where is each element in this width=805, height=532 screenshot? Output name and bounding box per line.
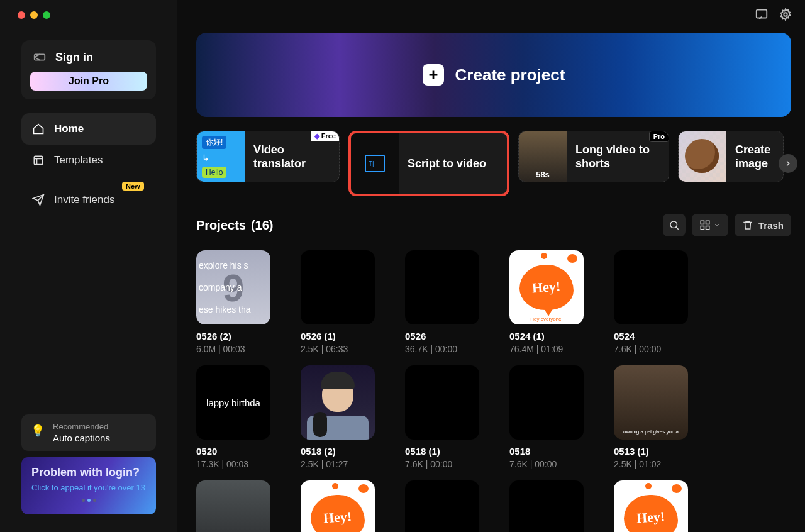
project-meta: 36.7K | 00:00	[405, 344, 479, 354]
feedback-icon[interactable]	[755, 8, 769, 21]
send-icon	[31, 193, 45, 207]
tool-long-to-shorts[interactable]: 58s Long video to shorts Pro	[518, 131, 669, 182]
sidebar-item-label: Templates	[54, 154, 103, 167]
project-card[interactable]: 0526 (1)2.5K | 06:33	[301, 250, 375, 354]
view-toggle-button[interactable]	[692, 214, 728, 236]
home-icon	[31, 122, 45, 136]
sidebar-item-label: Invite friends	[54, 194, 114, 206]
tool-thumb: T|	[351, 133, 399, 194]
search-button[interactable]	[663, 214, 686, 236]
tool-thumb: 你好! ↳ Hello	[197, 131, 245, 182]
join-pro-button[interactable]: Join Pro	[30, 72, 147, 91]
project-card[interactable]: 9explore his scompany aese hikes tha0526…	[196, 250, 270, 354]
svg-rect-2	[757, 10, 767, 18]
project-name: 0524 (1)	[509, 331, 584, 341]
project-thumbnail: struggling with depression.	[196, 480, 270, 532]
tool-thumb	[679, 131, 726, 182]
svg-rect-5	[701, 221, 704, 224]
tool-label: Long video to shorts	[575, 143, 660, 171]
project-card[interactable]: 052636.7K | 00:00	[405, 250, 479, 354]
promo-title: Problem with login?	[31, 466, 146, 479]
project-meta: 7.6K | 00:00	[405, 459, 479, 469]
project-card[interactable]: lappy birthda052017.3K | 00:03	[196, 365, 270, 469]
capcut-logo-icon	[33, 50, 47, 64]
projects-title: Projects	[196, 218, 246, 233]
project-card[interactable]: 05247.6K | 00:00	[614, 250, 688, 354]
close-dot[interactable]	[18, 11, 25, 19]
svg-rect-0	[35, 54, 45, 60]
project-thumbnail	[405, 250, 479, 324]
project-card[interactable]: 0518 (2)2.5K | 01:27	[301, 365, 375, 469]
maximize-dot[interactable]	[43, 11, 50, 19]
sidebar-item-invite[interactable]: Invite friends New	[21, 184, 156, 216]
projects-grid: 9explore his scompany aese hikes tha0526…	[196, 250, 791, 532]
project-thumbnail: 9explore his scompany aese hikes tha	[196, 250, 270, 324]
svg-rect-1	[34, 156, 42, 164]
tool-create-image[interactable]: Create image	[678, 131, 784, 182]
tool-label: Script to video	[408, 157, 486, 171]
tool-label: Create image	[735, 143, 774, 171]
sidebar-divider	[21, 180, 156, 180]
project-thumbnail	[614, 250, 688, 324]
tool-script-to-video[interactable]: T| Script to video	[348, 131, 509, 196]
tools-row: 你好! ↳ Hello Video translator ◆ Free T| S…	[196, 131, 791, 196]
project-card[interactable]: owning a pet gives you a0513 (1)2.5K | 0…	[614, 365, 688, 469]
project-meta: 2.5K | 01:02	[614, 459, 688, 469]
create-project-label: Create project	[455, 65, 565, 85]
svg-point-3	[784, 13, 787, 16]
project-card[interactable]: struggling with depression.051376.4M | 0…	[196, 480, 270, 532]
sidebar-item-home[interactable]: Home	[21, 113, 156, 145]
tool-thumb: 58s	[519, 131, 567, 182]
new-badge: New	[122, 182, 144, 191]
project-card[interactable]: Hey!Hey everyone!0511 (4)76.4M | 01:09	[301, 480, 375, 532]
project-name: 0518	[509, 446, 584, 457]
project-meta: 2.5K | 01:27	[301, 459, 375, 469]
tools-scroll-right[interactable]	[779, 154, 797, 173]
project-thumbnail: owning a pet gives you a	[614, 365, 688, 440]
project-card[interactable]: Hey!Hey everyone!	[614, 480, 688, 532]
recommended-card[interactable]: 💡 Recommended Auto captions	[21, 414, 156, 451]
tool-video-translator[interactable]: 你好! ↳ Hello Video translator ◆ Free	[196, 131, 340, 182]
templates-icon	[31, 153, 45, 167]
project-meta: 2.5K | 06:33	[301, 344, 375, 354]
svg-rect-6	[706, 221, 709, 224]
svg-rect-8	[706, 226, 709, 230]
project-thumbnail	[301, 365, 375, 440]
project-card[interactable]	[509, 480, 584, 532]
project-name: 0520	[196, 446, 270, 457]
free-badge: ◆ Free	[311, 131, 340, 141]
project-thumbnail	[301, 250, 375, 324]
project-card[interactable]: 0518 (1)7.6K | 00:00	[405, 365, 479, 469]
project-thumbnail	[509, 365, 584, 440]
create-project-hero[interactable]: Create project	[196, 33, 791, 117]
trash-button[interactable]: Trash	[735, 214, 791, 236]
pro-badge: Pro	[649, 131, 669, 142]
promo-pagination	[31, 499, 146, 502]
project-card[interactable]: 05187.6K | 00:00	[509, 365, 584, 469]
svg-rect-7	[701, 226, 704, 230]
sidebar-item-templates[interactable]: Templates	[21, 145, 156, 176]
project-name: 0513 (1)	[614, 446, 688, 457]
project-meta: 17.3K | 00:03	[196, 459, 270, 469]
project-name: 0526 (2)	[196, 331, 270, 341]
project-card[interactable]	[405, 480, 479, 532]
sidebar-item-label: Home	[54, 123, 84, 135]
projects-count: (16)	[251, 218, 274, 233]
window-controls	[0, 0, 177, 19]
minimize-dot[interactable]	[30, 11, 38, 19]
project-name: 0526	[405, 331, 479, 341]
project-thumbnail: Hey!Hey everyone!	[614, 480, 688, 532]
project-meta: 7.6K | 00:00	[614, 344, 688, 354]
recommended-feature: Auto captions	[53, 433, 110, 443]
project-thumbnail: lappy birthda	[196, 365, 270, 440]
project-thumbnail	[405, 480, 479, 532]
promo-card[interactable]: Problem with login? Click to appeal if y…	[21, 457, 156, 514]
project-name: 0518 (2)	[301, 446, 375, 457]
settings-icon[interactable]	[779, 8, 792, 21]
project-card[interactable]: Hey!Hey everyone!0524 (1)76.4M | 01:09	[509, 250, 584, 354]
project-meta: 6.0M | 00:03	[196, 344, 270, 354]
project-name: 0526 (1)	[301, 331, 375, 341]
account-block: Sign in Join Pro	[21, 40, 156, 99]
sign-in-button[interactable]: Sign in	[30, 48, 147, 72]
project-thumbnail: Hey!Hey everyone!	[301, 480, 375, 532]
